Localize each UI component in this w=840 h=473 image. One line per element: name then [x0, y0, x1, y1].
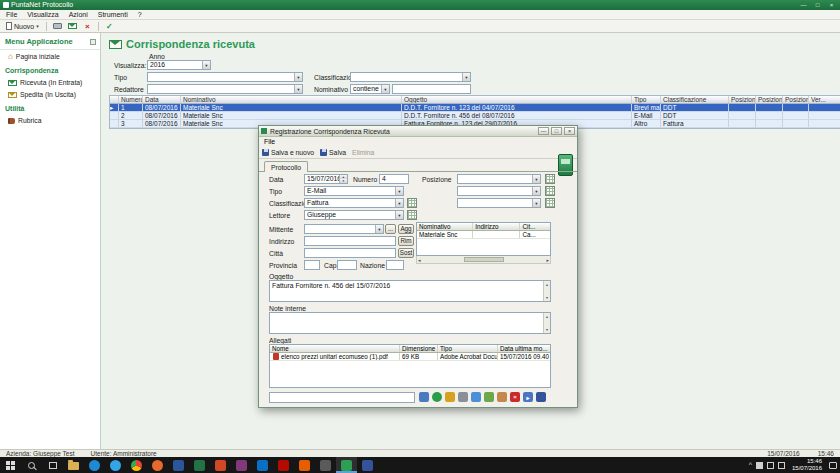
column-header[interactable]: Tipo: [438, 345, 498, 352]
sidebar-item-rubrica[interactable]: Rubrica: [0, 114, 100, 126]
mail-icon[interactable]: [445, 392, 455, 402]
sidebar-item-ricevuta[interactable]: Ricevuta (In Entrata): [0, 76, 100, 88]
mittente-select[interactable]: ▾: [304, 224, 384, 234]
scroll-up-icon[interactable]: ▴: [546, 282, 548, 287]
close-button[interactable]: ×: [825, 1, 838, 9]
taskbar-app-powerpoint[interactable]: [210, 457, 231, 473]
column-header[interactable]: Dimensione: [400, 345, 438, 352]
dialog-titlebar[interactable]: Registrazione Corrispondenza Ricevuta — …: [259, 126, 577, 137]
print-button[interactable]: [51, 21, 64, 32]
confirm-button[interactable]: ✓: [103, 21, 116, 32]
network-icon[interactable]: [767, 462, 774, 469]
nominativo-input[interactable]: [392, 84, 471, 94]
column-header[interactable]: Nominativo: [181, 96, 402, 103]
chevron-down-icon[interactable]: ▾: [375, 225, 383, 233]
document-icon[interactable]: [471, 392, 481, 402]
column-header[interactable]: Indirizzo: [473, 223, 520, 230]
mittente-browse-button[interactable]: ...: [385, 224, 396, 234]
table-row-selected[interactable]: ▸ 1 08/07/2016 Materiale Snc D.D.T. Forn…: [110, 104, 840, 112]
column-header[interactable]: Data ultima mo...: [498, 345, 550, 352]
menu-file[interactable]: File: [1, 10, 22, 20]
save-attachment-icon[interactable]: [536, 392, 546, 402]
classificazione-lookup-button[interactable]: [407, 198, 417, 208]
save-and-new-button[interactable]: Salva e nuovo: [262, 149, 314, 156]
copy-icon[interactable]: [484, 392, 494, 402]
posizione2-select[interactable]: ▾: [457, 186, 541, 196]
tray-chevron-icon[interactable]: ^: [749, 461, 752, 469]
delete-button[interactable]: ×: [81, 21, 94, 32]
citta-field[interactable]: [304, 248, 396, 258]
taskbar-app-chrome[interactable]: [126, 457, 147, 473]
posizione1-select[interactable]: ▾: [457, 174, 541, 184]
column-header[interactable]: Tipo: [632, 96, 661, 103]
chevron-down-icon[interactable]: ▾: [395, 199, 403, 207]
rim-button[interactable]: Rim: [398, 236, 414, 246]
column-header[interactable]: Posizione2: [756, 96, 783, 103]
scroll-thumb[interactable]: [464, 257, 504, 262]
chevron-down-icon[interactable]: ▾: [294, 73, 302, 81]
indirizzo-field[interactable]: [304, 236, 396, 246]
attachment-path-input[interactable]: [269, 392, 415, 403]
taskbar-app-word[interactable]: [168, 457, 189, 473]
cap-field[interactable]: [337, 260, 357, 270]
sidebar-item-pagina-iniziale[interactable]: ⌂ Pagina iniziale: [0, 50, 100, 62]
remove-attachment-icon[interactable]: ×: [510, 392, 520, 402]
chevron-down-icon[interactable]: ▾: [381, 85, 389, 93]
nazione-field[interactable]: [386, 260, 404, 270]
column-header[interactable]: Posizione3: [783, 96, 809, 103]
date-spinner[interactable]: ▴ ▾: [339, 175, 347, 183]
redattore-select[interactable]: ▾: [147, 84, 303, 94]
column-header[interactable]: Oggetto: [402, 96, 632, 103]
scroll-down-icon[interactable]: ▾: [546, 295, 548, 300]
grid-view-icon[interactable]: [419, 392, 429, 402]
column-header[interactable]: Cit...: [520, 223, 550, 230]
new-button[interactable]: Nuovo ▾: [3, 21, 42, 31]
scroll-right-icon[interactable]: ▸: [546, 257, 549, 263]
dialog-close-button[interactable]: ×: [564, 127, 575, 135]
chevron-down-icon[interactable]: ▾: [395, 187, 403, 195]
new-dropdown-icon[interactable]: ▾: [36, 23, 39, 29]
taskbar-app-store[interactable]: [357, 457, 378, 473]
minimize-button[interactable]: —: [797, 1, 810, 9]
forward-icon[interactable]: ▸: [523, 392, 533, 402]
note-textarea[interactable]: ▴ ▾: [269, 312, 551, 334]
classificazione-select[interactable]: ▾: [350, 72, 471, 82]
menu-strumenti[interactable]: Strumenti: [93, 10, 133, 20]
menu-help[interactable]: ?: [133, 10, 147, 20]
attachment-row[interactable]: elenco prezzi unitari ecomuseo (1).pdf 6…: [270, 353, 550, 361]
taskbar-app-puntanet-active[interactable]: [336, 457, 357, 473]
numero-field[interactable]: 4: [379, 174, 409, 184]
classificazione-dialog-select[interactable]: Fattura ▾: [304, 198, 404, 208]
taskbar-app-excel[interactable]: [189, 457, 210, 473]
taskbar-app-edge[interactable]: [84, 457, 105, 473]
taskbar-app-settings[interactable]: [315, 457, 336, 473]
agg-button[interactable]: Agg: [398, 224, 414, 234]
oggetto-scrollbar[interactable]: ▴ ▾: [543, 281, 550, 301]
print-icon[interactable]: [458, 392, 468, 402]
sost-button[interactable]: Sost: [398, 248, 414, 258]
tipo-select[interactable]: ▾: [147, 72, 303, 82]
web-icon[interactable]: [432, 392, 442, 402]
pin-icon[interactable]: [90, 39, 96, 45]
chevron-down-icon[interactable]: ▾: [395, 211, 403, 219]
taskbar-app-outlook[interactable]: [252, 457, 273, 473]
dialog-minimize-button[interactable]: —: [538, 127, 549, 135]
taskbar-app-internet-explorer[interactable]: [105, 457, 126, 473]
tray-status-icon[interactable]: [756, 462, 763, 469]
scroll-up-icon[interactable]: ▴: [546, 314, 548, 319]
send-button[interactable]: [66, 21, 79, 32]
lettore-lookup-button[interactable]: [407, 210, 417, 220]
data-field[interactable]: 15/07/2016 ▴ ▾: [304, 174, 348, 184]
taskbar-app-file-explorer[interactable]: [63, 457, 84, 473]
volume-icon[interactable]: [778, 462, 785, 469]
tab-protocollo[interactable]: Protocollo: [264, 161, 308, 172]
table-row[interactable]: 2 08/07/2016 Materiale Snc D.D.T. Fornit…: [110, 112, 840, 120]
start-button[interactable]: [0, 457, 21, 473]
scroll-left-icon[interactable]: ◂: [418, 257, 421, 263]
taskbar-app-media-player[interactable]: [294, 457, 315, 473]
chevron-down-icon[interactable]: ▾: [462, 73, 470, 81]
provincia-field[interactable]: [304, 260, 320, 270]
maximize-button[interactable]: □: [811, 1, 824, 9]
chevron-down-icon[interactable]: ▾: [294, 85, 302, 93]
anno-select[interactable]: 2016 ▾: [147, 60, 211, 70]
